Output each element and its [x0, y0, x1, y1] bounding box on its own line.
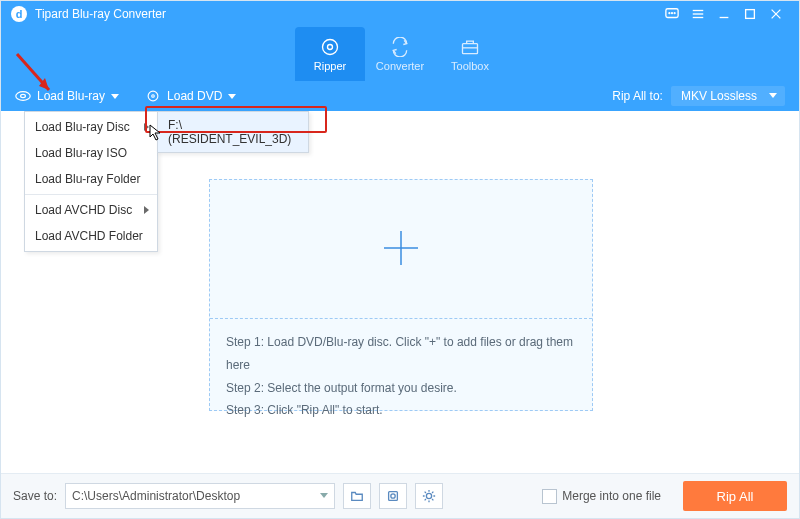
rip-all-select[interactable]: MKV Lossless [671, 86, 785, 106]
save-to-path-select[interactable]: C:\Users\Administrator\Desktop [65, 483, 335, 509]
svg-rect-13 [463, 43, 478, 53]
nav-bar: Ripper Converter Toolbox [1, 27, 799, 81]
tab-ripper[interactable]: Ripper [295, 27, 365, 81]
step-2-text: Step 2: Select the output format you des… [226, 377, 576, 400]
app-title: Tipard Blu-ray Converter [35, 7, 166, 21]
checkbox-icon [542, 489, 557, 504]
menu-load-avchd-folder[interactable]: Load AVCHD Folder [25, 223, 157, 249]
merge-checkbox[interactable]: Merge into one file [542, 489, 661, 504]
settings-button[interactable] [379, 483, 407, 509]
app-logo-icon: d [11, 6, 27, 22]
gear-icon [422, 489, 436, 503]
convert-icon [390, 37, 410, 57]
app-window: d Tipard Blu-ray Converter Ripper Conver… [0, 0, 800, 519]
browse-folder-button[interactable] [343, 483, 371, 509]
svg-point-1 [669, 13, 670, 14]
menu-load-bluray-iso[interactable]: Load Blu-ray ISO [25, 140, 157, 166]
rip-all-label: Rip All to: [612, 89, 663, 103]
svg-point-24 [391, 494, 395, 498]
disc-submenu: F:\ (RESIDENT_EVIL_3D) [157, 111, 309, 153]
rip-all-value: MKV Lossless [681, 89, 757, 103]
svg-point-2 [672, 13, 673, 14]
tab-label: Converter [376, 60, 424, 72]
disc-option[interactable]: F:\ (RESIDENT_EVIL_3D) [158, 112, 308, 152]
menu-load-bluray-folder[interactable]: Load Blu-ray Folder [25, 166, 157, 192]
tab-toolbox[interactable]: Toolbox [435, 27, 505, 81]
preferences-button[interactable] [415, 483, 443, 509]
gear-chip-icon [386, 489, 400, 503]
menu-load-avchd-disc[interactable]: Load AVCHD Disc [25, 197, 157, 223]
bottom-bar: Save to: C:\Users\Administrator\Desktop … [1, 473, 799, 518]
load-dvd-button[interactable]: Load DVD [145, 89, 236, 103]
menu-icon[interactable] [685, 1, 711, 27]
menu-separator [25, 194, 157, 195]
dvd-icon [145, 90, 161, 102]
load-bluray-menu: Load Blu-ray Disc Load Blu-ray ISO Load … [24, 111, 158, 252]
tab-converter[interactable]: Converter [365, 27, 435, 81]
disc-icon [320, 37, 340, 57]
rip-all-format: Rip All to: MKV Lossless [612, 86, 785, 106]
feedback-icon[interactable] [659, 1, 685, 27]
chevron-down-icon [769, 93, 777, 98]
menu-load-bluray-disc[interactable]: Load Blu-ray Disc [25, 114, 157, 140]
svg-point-12 [328, 44, 333, 49]
toolbox-icon [460, 37, 480, 57]
bluray-icon [15, 90, 31, 102]
save-to-path-value: C:\Users\Administrator\Desktop [72, 489, 240, 503]
load-bluray-button[interactable]: Load Blu-ray [15, 89, 119, 103]
drop-zone-add[interactable] [210, 180, 592, 318]
step-1-text: Step 1: Load DVD/Blu-ray disc. Click "+"… [226, 331, 576, 377]
maximize-icon[interactable] [737, 1, 763, 27]
svg-point-15 [16, 92, 30, 101]
svg-point-3 [674, 13, 675, 14]
tool-row: Load Blu-ray Load DVD Rip All to: MKV Lo… [1, 81, 799, 111]
svg-rect-23 [389, 492, 398, 501]
merge-label: Merge into one file [562, 489, 661, 503]
plus-icon [380, 227, 422, 272]
chevron-down-icon [228, 94, 236, 99]
folder-icon [350, 489, 364, 503]
close-icon[interactable] [763, 1, 789, 27]
step-3-text: Step 3: Click "Rip All" to start. [226, 399, 576, 422]
tab-label: Toolbox [451, 60, 489, 72]
minimize-icon[interactable] [711, 1, 737, 27]
svg-point-18 [152, 95, 155, 98]
svg-point-17 [148, 91, 158, 101]
svg-point-16 [21, 94, 26, 97]
load-bluray-label: Load Blu-ray [37, 89, 105, 103]
svg-rect-8 [746, 10, 755, 19]
title-bar: d Tipard Blu-ray Converter [1, 1, 799, 27]
load-dvd-label: Load DVD [167, 89, 222, 103]
svg-point-25 [426, 493, 431, 498]
chevron-down-icon [111, 94, 119, 99]
svg-point-11 [323, 39, 338, 54]
save-to-label: Save to: [13, 489, 57, 503]
drop-zone-steps: Step 1: Load DVD/Blu-ray disc. Click "+"… [210, 319, 592, 434]
tab-label: Ripper [314, 60, 346, 72]
drop-zone[interactable]: Step 1: Load DVD/Blu-ray disc. Click "+"… [209, 179, 593, 411]
rip-all-button[interactable]: Rip All [683, 481, 787, 511]
content-area: Load Blu-ray Disc Load Blu-ray ISO Load … [1, 111, 799, 474]
chevron-down-icon [320, 493, 328, 498]
